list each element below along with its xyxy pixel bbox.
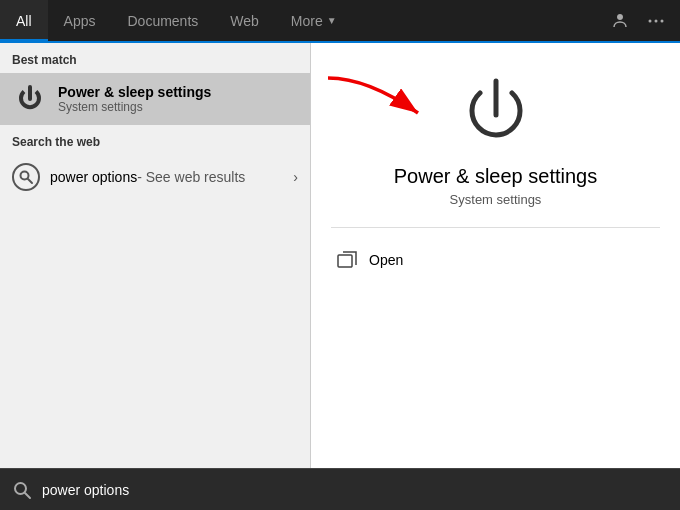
- open-action-item[interactable]: Open: [331, 240, 660, 280]
- svg-line-5: [28, 179, 32, 183]
- nav-item-documents[interactable]: Documents: [111, 0, 214, 41]
- more-options-icon-button[interactable]: [640, 5, 672, 37]
- nav-item-apps[interactable]: Apps: [48, 0, 112, 41]
- chevron-down-icon: ▼: [327, 15, 337, 26]
- right-app-subtitle: System settings: [450, 192, 542, 207]
- nav-label-web: Web: [230, 13, 259, 29]
- web-result-chevron-icon: ›: [293, 169, 298, 185]
- open-action-icon: [335, 248, 359, 272]
- result-title: Power & sleep settings: [58, 84, 298, 100]
- right-divider: [331, 227, 660, 228]
- search-input[interactable]: [42, 482, 668, 498]
- more-options-icon: [647, 12, 665, 30]
- right-power-svg-icon: [456, 73, 536, 153]
- nav-label-apps: Apps: [64, 13, 96, 29]
- result-text: Power & sleep settings System settings: [58, 84, 298, 114]
- web-section-label: Search the web: [0, 125, 310, 155]
- searchbar-search-icon: [12, 480, 32, 500]
- right-panel: Power & sleep settings System settings O…: [311, 43, 680, 468]
- left-panel: Best match Power & sleep settings System…: [0, 43, 310, 468]
- power-icon: [12, 81, 48, 117]
- nav-item-web[interactable]: Web: [214, 0, 275, 41]
- red-arrow: [318, 68, 448, 138]
- web-query-suffix: - See web results: [137, 169, 245, 185]
- svg-rect-8: [338, 255, 352, 267]
- svg-point-2: [661, 19, 664, 22]
- search-icon: [18, 169, 34, 185]
- account-icon-button[interactable]: [604, 5, 636, 37]
- nav-item-all[interactable]: All: [0, 0, 48, 41]
- svg-point-1: [655, 19, 658, 22]
- right-power-icon: [456, 73, 536, 153]
- best-match-result[interactable]: Power & sleep settings System settings: [0, 73, 310, 125]
- open-label: Open: [369, 252, 403, 268]
- nav-icons: [604, 0, 680, 41]
- svg-point-0: [649, 19, 652, 22]
- nav-label-documents: Documents: [127, 13, 198, 29]
- svg-line-10: [25, 493, 30, 498]
- web-result-item[interactable]: power options - See web results ›: [0, 155, 310, 199]
- web-query-text: power options: [50, 169, 137, 185]
- result-subtitle: System settings: [58, 100, 298, 114]
- main-content: Best match Power & sleep settings System…: [0, 43, 680, 468]
- search-web-icon: [12, 163, 40, 191]
- right-app-title: Power & sleep settings: [394, 165, 597, 188]
- best-match-label: Best match: [0, 43, 310, 73]
- nav-label-all: All: [16, 13, 32, 29]
- nav-label-more: More: [291, 13, 323, 29]
- open-icon: [337, 251, 357, 269]
- search-bar: [0, 468, 680, 510]
- account-icon: [611, 12, 629, 30]
- power-svg-icon: [16, 85, 44, 113]
- top-nav: All Apps Documents Web More ▼: [0, 0, 680, 43]
- nav-item-more[interactable]: More ▼: [275, 0, 353, 41]
